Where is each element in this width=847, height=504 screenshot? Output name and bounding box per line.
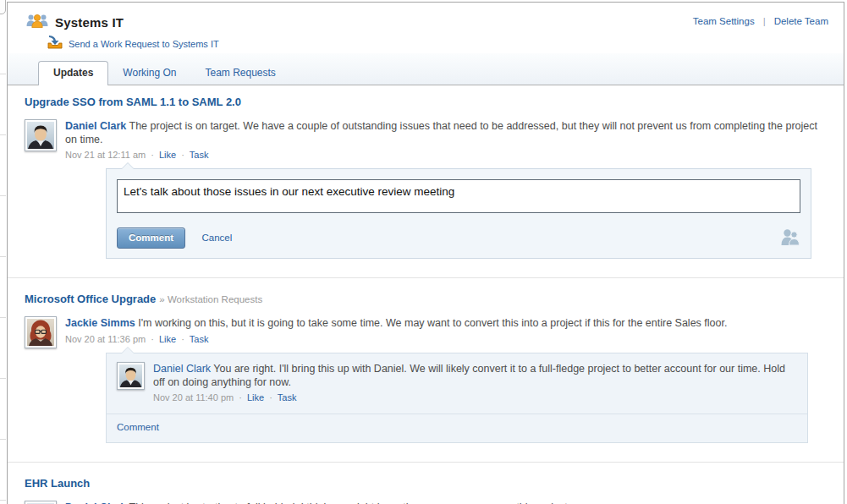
author-link[interactable]: Jackie Simms (65, 317, 135, 329)
post-text: Daniel Clark The project is on target. W… (65, 120, 827, 146)
reply-meta: Nov 20 at 11:40 pm · Like · Task (153, 392, 797, 404)
timestamp: Nov 20 at 11:36 pm (65, 334, 146, 344)
comment-link[interactable]: Comment (117, 422, 159, 432)
page-title: Systems IT (55, 15, 124, 30)
task-link[interactable]: Task (190, 150, 209, 160)
like-link[interactable]: Like (159, 150, 176, 160)
team-title-row: Systems IT (26, 13, 124, 32)
post-body: Jackie Simms I'm working on this, but it… (65, 316, 827, 443)
cancel-link[interactable]: Cancel (202, 233, 233, 243)
author-link[interactable]: Daniel Clark (153, 363, 211, 375)
reply-body: Daniel Clark You are right. I'll bring t… (153, 362, 797, 404)
team-header: Systems IT Send a Work Request to System… (8, 3, 844, 53)
post-text: Jackie Simms I'm working on this, but it… (65, 317, 827, 331)
post-message: I'm working on this, but it is going to … (138, 317, 727, 329)
avatar (25, 501, 57, 504)
team-settings-link[interactable]: Team Settings (693, 16, 755, 26)
thread-divider (8, 277, 844, 278)
like-link[interactable]: Like (159, 334, 176, 344)
reply-message: You are right. I'll bring this up with D… (153, 363, 785, 388)
reply-footer: Comment (107, 414, 807, 443)
reply-post: Daniel Clark You are right. I'll bring t… (107, 353, 807, 414)
post-body: Daniel Clark This project is starting to… (65, 501, 827, 504)
post-meta: Nov 21 at 12:11 am · Like · Task (65, 150, 827, 162)
team-icon (26, 13, 48, 32)
timestamp: Nov 21 at 12:11 am (65, 150, 146, 160)
tab-team-requests[interactable]: Team Requests (190, 62, 289, 85)
post-meta: Nov 20 at 11:36 pm · Like · Task (65, 334, 827, 346)
status-post: Daniel Clark The project is on target. W… (25, 119, 827, 259)
comment-submit-button[interactable]: Comment (117, 227, 185, 249)
post-body: Daniel Clark The project is on target. W… (65, 119, 827, 259)
thread-title-text: EHR Launch (25, 477, 90, 490)
team-header-links: Team Settings|Delete Team (693, 16, 828, 26)
background-page-sliver (0, 0, 7, 504)
thread-title-link[interactable]: Upgrade SSO from SAML 1.1 to SAML 2.0 (25, 96, 827, 108)
thread-title-text: Microsoft Office Upgrade (25, 293, 156, 305)
background-corner-fragment (0, 0, 6, 14)
timestamp: Nov 20 at 11:40 pm (153, 392, 234, 403)
post-message: The project is on target. We have a coup… (65, 120, 817, 145)
reply-thread-panel: Daniel Clark You are right. I'll bring t… (106, 353, 808, 443)
tab-updates[interactable]: Updates (38, 61, 108, 85)
update-thread: Upgrade SSO from SAML 1.1 to SAML 2.0 Da… (25, 96, 827, 259)
reply-text: Daniel Clark You are right. I'll bring t… (153, 363, 797, 389)
thread-title-text: Upgrade SSO from SAML 1.1 to SAML 2.0 (25, 96, 241, 108)
composer-actions: Comment Cancel (117, 227, 800, 248)
avatar (117, 362, 145, 390)
updates-feed: Upgrade SSO from SAML 1.1 to SAML 2.0 Da… (8, 85, 844, 504)
author-link[interactable]: Daniel Clark (65, 120, 126, 132)
team-panel: Systems IT Send a Work Request to System… (7, 2, 844, 504)
thread-divider (8, 462, 844, 463)
update-thread: Microsoft Office Upgrade» Workstation Re… (25, 293, 827, 443)
work-request-tray-icon (47, 35, 63, 52)
header-links-separator: | (763, 16, 766, 26)
comment-composer: Let's talk about those issues in our nex… (106, 168, 811, 260)
tab-bar: Updates Working On Team Requests (8, 53, 844, 85)
comment-textarea[interactable]: Let's talk about those issues in our nex… (117, 179, 800, 213)
delete-team-link[interactable]: Delete Team (774, 16, 828, 26)
like-link[interactable]: Like (247, 392, 264, 403)
thread-title-link[interactable]: EHR Launch (25, 477, 827, 490)
tab-working-on[interactable]: Working On (108, 62, 190, 85)
people-icon (779, 227, 800, 250)
avatar (25, 316, 57, 348)
task-link[interactable]: Task (190, 334, 209, 344)
thread-title-breadcrumb[interactable]: » Workstation Requests (159, 294, 262, 304)
send-work-request-link[interactable]: Send a Work Request to Systems IT (69, 39, 219, 49)
avatar (25, 119, 57, 151)
status-post: Jackie Simms I'm working on this, but it… (25, 316, 827, 443)
status-post: Daniel Clark This project is starting to… (25, 501, 827, 504)
send-work-request-row: Send a Work Request to Systems IT (47, 35, 219, 52)
task-link[interactable]: Task (278, 392, 297, 403)
thread-title-link[interactable]: Microsoft Office Upgrade» Workstation Re… (25, 293, 827, 305)
update-thread: EHR Launch Daniel Clark This project is … (25, 477, 827, 504)
